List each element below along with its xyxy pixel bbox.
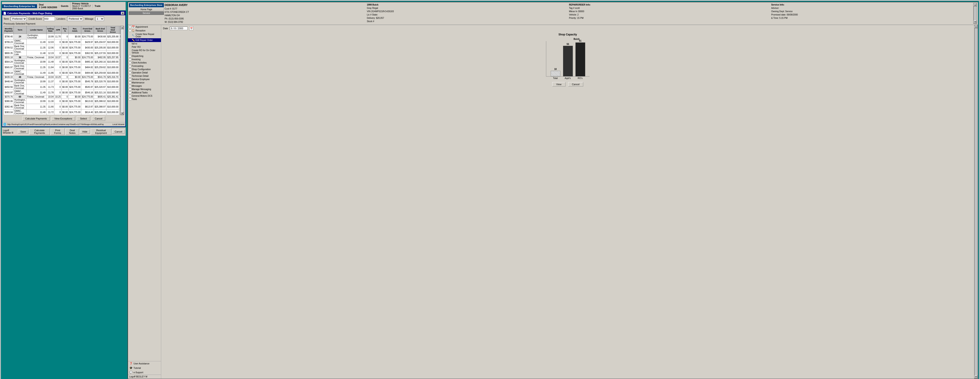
deal-notes-button[interactable]: Deal Notes [65,128,79,135]
nav-item-invoicing[interactable]: Invoicing [128,58,161,61]
nav-item-operation-detail[interactable]: Operation Detail [128,71,161,75]
nav-item-technician-detail[interactable]: Technician Detail [128,75,161,78]
nav-checkbox[interactable] [129,92,131,94]
nav-checkbox[interactable] [129,75,131,77]
nav-item-tools[interactable]: Tools [128,98,161,101]
nav-item-manage-messaging[interactable]: Manage Messaging [128,87,161,91]
nav-checkbox[interactable] [129,65,131,67]
save-button[interactable]: Save [18,130,28,134]
nav-item-create-new-repair-order[interactable]: 🔧Create New Repair Order [128,33,161,38]
calculate-payments-button[interactable]: Calculate Payments [22,116,50,121]
nav-item-dispatching[interactable]: Dispatching [128,54,161,58]
table-row[interactable]: $555.18 36 Firstar, Cincinnati 10.04 10.… [4,56,121,59]
nav-item-edit-repair-order[interactable]: ✏️Edit Repair Order [128,38,161,42]
store-section: Borcherding Enterprises Store Home Page … [129,3,164,24]
nav-checkbox[interactable] [129,59,131,60]
nav-checkbox[interactable] [129,26,131,28]
customer-info: DEBORAH AVERY Cust #: 0177 6731 STONECRE… [165,3,366,24]
logoff-label: Logoff Wheeler R [3,129,15,134]
hide-button[interactable]: Hide [80,130,90,134]
table-scrollbar[interactable]: ▲ ▼ [121,26,124,115]
nav-checkbox[interactable] [129,68,131,71]
chart-view-button[interactable]: View [552,82,565,87]
nav-esupport[interactable]: 💬 e-Support [128,370,161,374]
scrollbar-up[interactable]: ▲ [121,26,124,29]
lenders-select[interactable]: Preferred [67,17,83,21]
nav-item-messages[interactable]: Messages [128,84,161,87]
service-button[interactable]: Service [129,11,164,15]
date-input[interactable] [170,27,188,30]
company-button[interactable]: Borcherding Enterprise Inc [2,4,37,8]
nav-user-assistance[interactable]: ❓ User Assistance [128,361,161,366]
nav-item-appointment[interactable]: 📅Appointment [128,25,161,29]
table-row[interactable]: $450.97 GMAC, Cincinnati 11.49 11.78 0 $… [4,90,121,95]
cancel-toolbar-button[interactable]: Cancel [112,130,125,134]
main-scrollbar[interactable]: ▲ ▼ [974,25,978,379]
nav-item-additional-tasks[interactable]: Additional Tasks [128,91,161,94]
nav-icon: 🔧 [132,34,135,37]
right-scroll-down[interactable]: ▼ [974,21,977,24]
table-row[interactable]: $383.04 GMAC, Cincinnati 11.49 11.72 0 $… [4,109,121,115]
logoff-begley: Logoff BEGLEY M [128,374,161,379]
table-row[interactable]: $380.06 Huntington, Cincinnati 10.99 11.… [4,98,121,104]
nav-checkbox[interactable] [129,88,131,90]
nav-item-create-ro-for-on-order-vehicle[interactable]: Create RO for On Order Vehicle [128,49,161,54]
dialog-close-button[interactable]: ✕ [121,12,124,15]
payments-table-container: MonthlyPayment Term Lender Name SellingR… [3,26,124,115]
nav-item-forecasting[interactable]: Forecasting [128,64,161,68]
nav-checkbox[interactable] [129,55,131,57]
bar-appts: 55 [563,43,573,76]
right-panel-body: 📅Appointment🏠Reception🔧Create New Repair… [128,25,978,379]
calculate-btn[interactable]: Calculate Payments [29,128,50,135]
table-row[interactable]: $439.33 48 Firstar, Cincinnati 10.04 10.… [4,76,121,79]
nav-checkbox[interactable] [129,85,131,87]
nav-checkbox[interactable] [129,98,131,100]
main-scroll-up[interactable]: ▲ [974,25,978,28]
nav-checkbox[interactable] [129,72,131,74]
right-scroll-up[interactable]: ▲ [974,3,977,6]
select-button[interactable]: Select [77,116,90,121]
nav-checkbox[interactable] [129,62,131,64]
nav-item-full-ro[interactable]: full ro [128,42,161,45]
calendar-button[interactable]: 📅 [189,26,193,30]
nav-checkbox[interactable] [129,78,131,81]
table-row[interactable]: $448.44 Huntington, Cincinnati 10.99 11.… [4,79,121,84]
view-exceptions-button[interactable]: View Exceptions [52,116,75,121]
mileage-select[interactable]: 1 [95,17,104,21]
nav-checkbox[interactable] [129,30,131,32]
table-wrapper: MonthlyPayment Term Lender Name SellingR… [3,26,121,115]
residual-equipment-button[interactable]: Residual Equipment [91,128,111,135]
cancel-button[interactable]: Cancel [92,116,105,121]
nav-item-general-motors-dcs[interactable]: General Motors DCS [128,94,161,98]
term-select[interactable]: Preferred [11,17,27,21]
table-row[interactable]: $564.24 Huntington, Cincinnati 10.99 11.… [4,59,121,65]
chart-cancel-button[interactable]: Cancel [568,82,583,87]
table-row[interactable]: $799.23 GMAC, Cincinnati 11.49 12.03 0 $… [4,40,121,45]
home-page-button[interactable]: Home Page [129,8,164,11]
nav-item-maintenance[interactable]: Maintenance [128,81,161,84]
nav-item-reception[interactable]: 🏠Reception [128,29,161,33]
table-row[interactable]: $800.35 Chase, Lisle 11.48 12.19 0 $0.00… [4,51,121,56]
table-row[interactable]: $799.52 Bank One, Cincinnati 11.35 12.06… [4,45,121,51]
credit-score-input[interactable] [44,17,55,21]
nav-tutorial[interactable]: 🎓 Tutorial [128,366,161,370]
table-row[interactable]: $568.14 GMAC, Cincinnati 11.49 11.86 0 $… [4,70,121,76]
table-row[interactable]: $798.40 24 Huntington, Cincinnati 10.99 … [4,34,121,40]
nav-item-shop-configuration[interactable]: Shop Configuration [128,68,161,71]
table-row[interactable]: $382.46 Bank One, Cincinnati 11.35 11.66… [4,104,121,109]
table-row[interactable]: $565.97 Bank One, Cincinnati 11.35 11.84… [4,65,121,70]
nav-checkbox[interactable] [129,95,131,97]
vehicle-desc: Gray Regal [367,6,568,10]
table-row[interactable]: $370.76 60 Firstar, Cincinnati 10.04 10.… [4,95,121,98]
nav-item-pete-ro[interactable]: Pete' RO [128,45,161,49]
nav-checkbox[interactable] [129,82,131,84]
x-label-total: Total [550,77,560,79]
customer-phone1: Ph: (513) 856-0395 [165,17,366,21]
table-row[interactable]: $450.56 Bank One, Cincinnati 11.35 11.73… [4,84,121,90]
right-panel-scrollbar[interactable]: ▲ ▼ [974,3,977,24]
nav-item-service-employee[interactable]: Service Employee [128,78,161,81]
nav-item-client-activities[interactable]: Client Activities [128,61,161,64]
scrollbar-down[interactable]: ▼ [121,112,124,115]
print-forms-button[interactable]: Print Forms [51,128,65,135]
main-scroll-down[interactable]: ▼ [974,375,978,378]
